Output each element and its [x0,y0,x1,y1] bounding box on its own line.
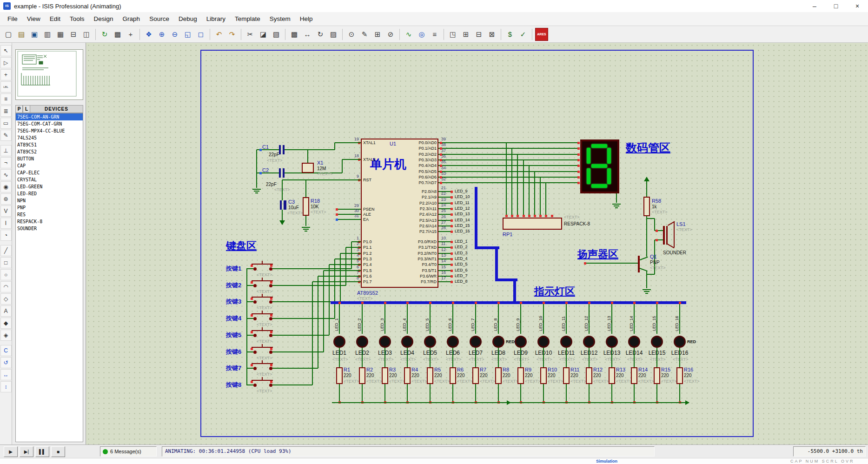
decompose-icon[interactable]: ⊘ [384,28,397,40]
virtual-instruments-mode-icon[interactable]: ◔ [0,230,12,241]
led-resistor[interactable] [563,367,570,384]
key-contact[interactable] [253,351,257,354]
2d-circle-mode-icon[interactable]: ○ [0,269,12,280]
open-file-icon[interactable]: ▤ [15,28,27,40]
component-mode-icon[interactable]: ▷ [0,57,12,68]
export-section-icon[interactable]: ▦ [54,28,66,40]
device-item-led-green[interactable]: LED-GREEN [16,183,83,190]
device-item-7seg-com-cat-grn[interactable]: 7SEG-COM-CAT-GRN [16,120,83,127]
block-delete-icon[interactable]: ▨ [327,28,339,40]
device-item-sounder[interactable]: SOUNDER [16,225,83,232]
voltage-probe-mode-icon[interactable]: V [0,205,12,217]
led-resistor[interactable] [586,367,592,384]
refresh-icon[interactable]: ↻ [99,28,111,40]
q1-base-bar[interactable] [638,256,640,272]
led-resistor[interactable] [654,367,660,384]
device-item-npn[interactable]: NPN [16,197,83,204]
r58-body[interactable] [643,197,650,216]
zoom-out-icon[interactable]: ⊖ [169,28,181,40]
device-item-cap-elec[interactable]: CAP-ELEC [16,169,83,176]
mirror-horizontal-icon[interactable]: ↔ [0,369,12,380]
led-indicator[interactable] [560,336,572,348]
led-indicator[interactable] [424,336,436,348]
play-button[interactable]: ▶ [4,446,18,457]
buses-mode-icon[interactable]: ≣ [0,106,12,117]
packaging-tool-icon[interactable]: ⊞ [371,28,384,40]
device-item-at89c51[interactable]: AT89C51 [16,141,83,148]
block-rotate-icon[interactable]: ↻ [314,28,326,40]
led-resistor[interactable] [472,367,479,384]
led-resistor[interactable] [609,367,615,384]
led-indicator[interactable] [333,336,345,348]
paste-icon[interactable]: ▧ [270,28,282,40]
selection-mode-icon[interactable]: ↖ [0,45,12,56]
led-resistor[interactable] [336,367,343,384]
device-item-res[interactable]: RES [16,211,83,218]
key-contact[interactable] [269,334,272,337]
cut-icon[interactable]: ✂ [244,28,256,40]
new-file-icon[interactable]: ▢ [2,28,14,40]
crystal-body[interactable] [302,163,314,173]
pause-button[interactable]: ▌▌ [35,446,49,457]
device-item-at89c52[interactable]: AT89C52 [16,148,83,155]
device-item-7seg-com-an-grn[interactable]: 7SEG-COM-AN-GRN [16,113,83,120]
led-resistor[interactable] [404,367,411,384]
new-sheet-icon[interactable]: ⊞ [460,28,472,40]
mark-output-area-icon[interactable]: ◫ [80,28,93,40]
led-resistor[interactable] [540,367,547,384]
menu-graph[interactable]: Graph [118,12,145,26]
copy-icon[interactable]: ◪ [257,28,269,40]
2d-box-mode-icon[interactable]: □ [0,257,12,268]
led-indicator[interactable] [606,336,618,348]
close-button[interactable]: × [847,0,868,12]
key-contact[interactable] [269,351,272,354]
subcircuit-mode-icon[interactable]: ▭ [0,118,12,129]
print-icon[interactable]: ⊟ [67,28,80,40]
2d-symbol-mode-icon[interactable]: ◆ [0,318,12,329]
led-indicator[interactable] [674,336,686,348]
2d-arc-mode-icon[interactable]: ◠ [0,281,12,292]
pick-parts-icon[interactable]: ⊙ [345,28,358,40]
redo-icon[interactable]: ↷ [226,28,238,40]
r18-body[interactable] [303,197,309,216]
menu-file[interactable]: File [3,12,22,26]
led-resistor[interactable] [382,367,388,384]
key-contact[interactable] [253,300,257,304]
menu-debug[interactable]: Debug [174,12,202,26]
led-resistor[interactable] [359,367,365,384]
pick-devices-button[interactable]: P [15,105,23,113]
key-contact[interactable] [269,267,272,271]
led-indicator[interactable] [515,336,527,348]
netlist-to-ares-icon[interactable]: ARES [535,28,548,41]
toggle-grid-icon[interactable]: ▩ [112,28,124,40]
make-device-icon[interactable]: ✎ [358,28,371,40]
device-item-crystal[interactable]: CRYSTAL [16,176,83,183]
step-button[interactable]: ▶| [20,446,33,457]
led-resistor[interactable] [517,367,524,384]
led-indicator[interactable] [537,336,550,348]
graph-mode-icon[interactable]: ∿ [0,169,12,180]
key-contact[interactable] [253,284,257,287]
mirror-vertical-icon[interactable]: ↕ [0,381,12,392]
wire-autorouter-icon[interactable]: ∿ [403,28,415,40]
led-indicator[interactable] [628,336,640,348]
led-indicator[interactable] [356,336,368,348]
tape-recorder-mode-icon[interactable]: ◉ [0,181,12,192]
device-item-pnp[interactable]: PNP [16,204,83,211]
wire-label-mode-icon[interactable]: LBL [0,81,12,93]
device-item-respack-8[interactable]: RESPACK-8 [16,218,83,225]
text-script-mode-icon[interactable]: ≡ [0,93,12,105]
schematic-overview[interactable] [15,49,83,100]
taskbar-app-label[interactable]: Simulation [596,458,617,464]
stop-button[interactable]: ■ [51,446,65,457]
led-indicator[interactable] [583,336,595,348]
origin-icon[interactable]: + [125,28,137,40]
property-assignment-icon[interactable]: ≡ [429,28,441,40]
menu-library[interactable]: Library [202,12,230,26]
key-contact[interactable] [269,384,272,387]
generator-mode-icon[interactable]: ⊚ [0,193,12,205]
key-contact[interactable] [269,367,272,370]
pan-icon[interactable]: ❖ [143,28,155,40]
led-indicator[interactable] [492,336,504,348]
search-tag-icon[interactable]: ◎ [416,28,428,40]
